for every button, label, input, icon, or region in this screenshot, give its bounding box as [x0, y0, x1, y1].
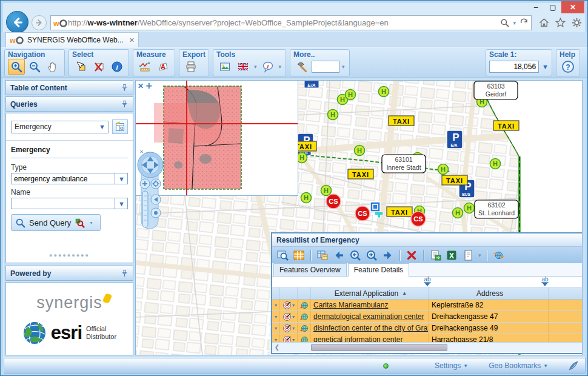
transit-stop-marker[interactable]: H: [321, 186, 332, 196]
search-icon[interactable]: [500, 18, 509, 27]
type-input[interactable]: [11, 173, 115, 184]
transit-stop-marker[interactable]: H: [301, 193, 312, 203]
window-close-button[interactable]: ✕: [561, 1, 584, 13]
transit-stop-marker[interactable]: H: [355, 146, 365, 156]
panel-header-queries[interactable]: Queries: [5, 96, 133, 112]
tab-features-overview[interactable]: Features Overview: [273, 263, 347, 276]
table-row[interactable]: ▾▾disinfection center of the city of Gra…: [272, 323, 583, 334]
favorites-star-icon[interactable]: [555, 17, 566, 29]
pin-icon[interactable]: [121, 269, 129, 277]
type-caret-button[interactable]: ▼: [115, 173, 128, 184]
query-select-caret-icon[interactable]: ▼: [96, 123, 108, 130]
sort-alpha-icon[interactable]: ab: [538, 277, 552, 286]
row-globe-link-icon[interactable]: [299, 301, 309, 310]
previous-feature-button[interactable]: [332, 249, 346, 262]
measure-area-button[interactable]: A: [155, 59, 172, 75]
zoom-to-selected-button[interactable]: [275, 249, 290, 262]
browser-forward-button[interactable]: [32, 15, 47, 30]
browser-tab[interactable]: w SYNERGIS WebOffice Web... ✕: [5, 32, 139, 47]
tools-hammer-button[interactable]: [293, 59, 310, 75]
sort-alpha-icon[interactable]: ab: [421, 277, 434, 286]
maptip-button[interactable]: i: [259, 59, 276, 75]
window-minimize-button[interactable]: –: [527, 1, 544, 13]
redlining-pen-icon[interactable]: [568, 360, 579, 371]
report-button[interactable]: [461, 249, 475, 262]
overview-move-icon[interactable]: ✛: [146, 82, 152, 90]
transit-stop-marker[interactable]: H: [297, 153, 307, 163]
taxi-stand-marker[interactable]: TAXI: [348, 169, 373, 179]
url-text[interactable]: http://w-ws-wintner/WebOffice/synserver?…: [68, 18, 498, 27]
transit-stop-marker[interactable]: H: [346, 90, 356, 100]
row-options-caret-icon[interactable]: ▾: [275, 337, 277, 343]
refresh-icon[interactable]: [520, 18, 529, 27]
dropdown-caret-icon[interactable]: ▾: [477, 252, 483, 258]
search-options-caret-icon[interactable]: ▾: [512, 20, 517, 26]
zoom-out-button[interactable]: [26, 59, 43, 75]
export-excel-button[interactable]: X: [444, 249, 459, 262]
identify-button[interactable]: i: [109, 59, 125, 75]
panel-splitter[interactable]: ●●●●●●●●●: [11, 252, 128, 259]
window-maximize-button[interactable]: ▢: [544, 1, 561, 13]
row-globe-link-icon[interactable]: [299, 335, 309, 343]
row-target-icon[interactable]: [282, 324, 292, 333]
globe-sync-button[interactable]: [492, 249, 506, 262]
row-globe-link-icon[interactable]: [299, 324, 309, 333]
tab-close-icon[interactable]: ✕: [129, 36, 135, 44]
tab-feature-details[interactable]: Feature Details: [348, 263, 409, 277]
row-options-caret-icon[interactable]: ▾: [292, 303, 295, 308]
home-icon[interactable]: [538, 17, 550, 29]
cs-marker[interactable]: CS: [411, 212, 426, 226]
row-options-caret-icon[interactable]: ▾: [292, 314, 295, 320]
name-input[interactable]: [11, 198, 115, 209]
zoom-next-button[interactable]: [364, 249, 379, 262]
transit-stop-marker[interactable]: H: [379, 87, 389, 97]
feature-link[interactable]: Caritas Marieambulanz: [313, 301, 388, 309]
feature-link[interactable]: genetical information center: [313, 335, 403, 342]
taxi-stand-marker[interactable]: TAXI: [493, 121, 519, 130]
info-point-marker[interactable]: [370, 202, 380, 212]
query-form-button[interactable]: [112, 119, 128, 134]
dropdown-caret-icon[interactable]: ▾: [278, 64, 283, 70]
column-header-external-application[interactable]: External Application▲: [311, 287, 429, 299]
help-button[interactable]: ?: [560, 59, 576, 75]
column-header-address[interactable]: Address: [429, 287, 549, 299]
table-row[interactable]: ▾▾Caritas MarieambulanzKeplerstraße 8280…: [272, 300, 583, 311]
clear-results-button[interactable]: [404, 249, 419, 262]
select-features-button[interactable]: [72, 59, 89, 75]
geo-bookmarks-menu[interactable]: Geo Bookmarks▼: [489, 361, 548, 370]
parking-marker[interactable]: PE/A: [447, 130, 463, 149]
pan-button[interactable]: [44, 59, 61, 75]
cs-marker[interactable]: CS: [355, 206, 370, 221]
scale-caret-icon[interactable]: ▼: [542, 63, 549, 70]
map-canvas[interactable]: E/AE/AHHHHHHHHHHHHHHHHHHPE/APE/APBUSTAXI…: [135, 80, 583, 355]
dropdown-caret-icon[interactable]: ▾: [341, 64, 346, 70]
row-options-caret-icon[interactable]: ▾: [292, 326, 295, 331]
export-csv-button[interactable]: [428, 249, 443, 262]
pin-icon[interactable]: [121, 84, 129, 92]
scrollbar-thumb[interactable]: [311, 344, 447, 351]
browser-back-button[interactable]: [6, 11, 28, 33]
clear-selection-button[interactable]: [90, 59, 107, 75]
table-overview-button[interactable]: [315, 249, 330, 262]
overview-close-icon[interactable]: ✕: [138, 82, 144, 90]
name-caret-button[interactable]: ▼: [115, 198, 128, 209]
row-options-caret-icon[interactable]: ▾: [275, 314, 277, 320]
send-query-caret-icon[interactable]: ▾: [89, 220, 93, 226]
transit-stop-marker[interactable]: H: [464, 203, 475, 213]
row-options-caret-icon[interactable]: ▾: [275, 326, 277, 331]
scroll-left-icon[interactable]: ❮: [272, 344, 282, 351]
row-target-icon[interactable]: [282, 335, 292, 343]
taxi-stand-marker[interactable]: TAXI: [389, 116, 414, 126]
more-tools-select[interactable]: [312, 61, 339, 73]
row-options-caret-icon[interactable]: ▾: [292, 337, 295, 343]
panel-header-table-of-content[interactable]: Table of Content: [5, 80, 133, 95]
address-bar[interactable]: w http://w-ws-wintner/WebOffice/synserve…: [50, 15, 532, 30]
dropdown-caret-icon[interactable]: ▾: [253, 64, 258, 70]
send-query-button[interactable]: Send Query ▾: [11, 214, 101, 231]
row-globe-link-icon[interactable]: [299, 312, 309, 321]
panel-header-powered-by[interactable]: Powered by: [5, 266, 133, 281]
feature-link[interactable]: disinfection center of the city of Graz: [313, 324, 429, 332]
gear-icon[interactable]: [571, 17, 583, 29]
settings-menu[interactable]: Settings▼: [435, 361, 468, 370]
feature-link[interactable]: dermatological examination center: [313, 312, 424, 321]
